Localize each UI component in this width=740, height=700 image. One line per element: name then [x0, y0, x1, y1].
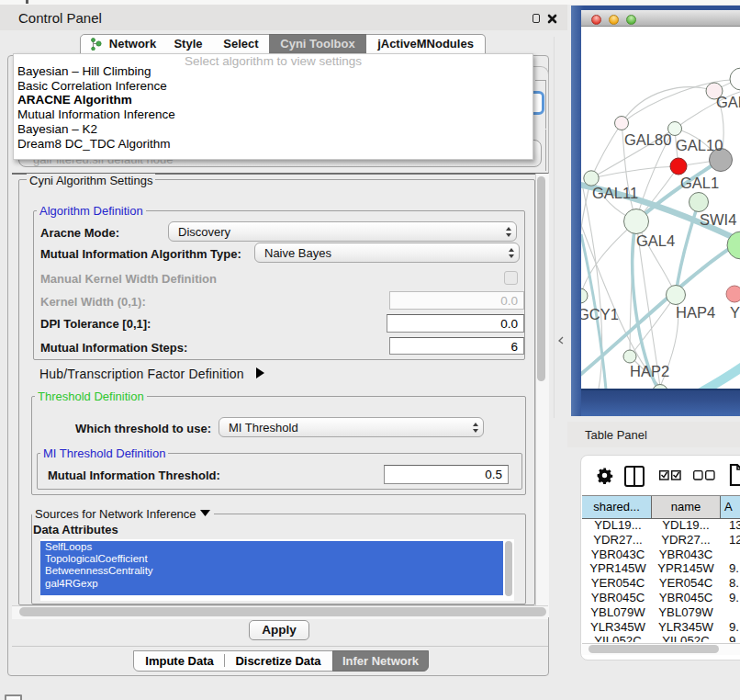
svg-text:GAL11: GAL11 — [592, 185, 638, 201]
svg-text:HAP4: HAP4 — [676, 304, 715, 321]
svg-text:Y: Y — [730, 304, 740, 321]
svg-text:GAL80: GAL80 — [624, 131, 671, 148]
svg-text:GAL4: GAL4 — [636, 232, 675, 249]
svg-text:HAP2: HAP2 — [630, 363, 669, 379]
svg-text:GAL10: GAL10 — [676, 137, 723, 153]
svg-text:GAL1: GAL1 — [680, 175, 719, 191]
svg-text:GCY1: GCY1 — [581, 306, 619, 322]
svg-text:GAL: GAL — [716, 94, 740, 110]
svg-text:SWI4: SWI4 — [700, 211, 736, 228]
